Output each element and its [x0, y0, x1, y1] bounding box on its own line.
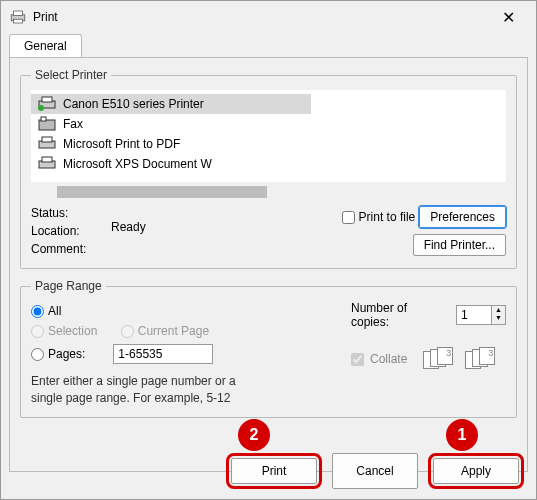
radio-pages[interactable]: Pages: — [31, 341, 341, 367]
collate-checkbox — [351, 353, 364, 366]
window-title: Print — [33, 10, 488, 24]
svg-point-5 — [38, 105, 44, 111]
radio-pages-input[interactable] — [31, 348, 44, 361]
collate-row: Collate 123 123 — [351, 347, 506, 371]
status-value: Ready — [111, 218, 211, 236]
svg-rect-7 — [41, 117, 46, 121]
cancel-button[interactable]: Cancel — [332, 453, 418, 489]
titlebar: Print ✕ — [1, 1, 536, 33]
scrollbar-thumb[interactable] — [57, 186, 267, 198]
tab-strip: General — [1, 33, 536, 57]
apply-button[interactable]: Apply — [433, 458, 519, 484]
pages-input[interactable] — [113, 344, 213, 364]
collate-stack-icon: 123 — [423, 347, 457, 371]
status-right: Print to file Preferences Find Printer..… — [342, 206, 506, 256]
copies-label: Number of copies: — [351, 301, 448, 329]
spinner-up[interactable]: ▲ — [492, 306, 505, 314]
printer-list[interactable]: Canon E510 series Printer Fax Microsoft … — [31, 90, 506, 182]
printer-item-pdf[interactable]: Microsoft Print to PDF — [31, 134, 311, 154]
print-to-file-row: Print to file Preferences — [342, 206, 506, 228]
radio-pages-label: Pages: — [48, 347, 85, 361]
status-values: Ready — [111, 218, 211, 244]
comment-label: Comment: — [31, 240, 111, 258]
spinner-down[interactable]: ▼ — [492, 314, 505, 322]
page-range-group: Page Range All Selection Current Page — [20, 279, 517, 418]
radio-all-input[interactable] — [31, 305, 44, 318]
copies-spinner[interactable]: ▲ ▼ — [456, 305, 506, 325]
collate-icons: 123 123 — [423, 347, 499, 371]
radio-selection-label: Selection — [48, 324, 97, 338]
highlight-print: Print — [226, 453, 322, 489]
status-labels: Status: Location: Comment: — [31, 204, 111, 258]
fax-icon — [37, 116, 59, 132]
printer-label: Canon E510 series Printer — [63, 97, 204, 111]
radio-all-label: All — [48, 304, 61, 318]
preferences-button[interactable]: Preferences — [419, 206, 506, 228]
svg-rect-2 — [14, 19, 23, 23]
print-to-file-checkbox[interactable] — [342, 211, 355, 224]
collate-label: Collate — [370, 352, 407, 366]
svg-rect-11 — [42, 157, 52, 162]
print-button[interactable]: Print — [231, 458, 317, 484]
svg-rect-9 — [42, 137, 52, 142]
tab-general[interactable]: General — [9, 34, 82, 58]
printer-label: Microsoft XPS Document W — [63, 157, 212, 171]
page-range-hint: Enter either a single page number or a s… — [31, 373, 251, 407]
copies-area: Number of copies: ▲ ▼ Collate 123 — [341, 301, 506, 407]
radio-current-page-label: Current Page — [138, 324, 209, 338]
svg-rect-1 — [14, 11, 23, 16]
copies-input[interactable] — [456, 305, 492, 325]
radio-current-page-input — [121, 325, 134, 338]
printer-icon — [37, 136, 59, 152]
callout-2: 2 — [238, 419, 270, 451]
printer-label: Fax — [63, 117, 83, 131]
collate-stack-icon: 123 — [465, 347, 499, 371]
print-to-file-label[interactable]: Print to file — [342, 210, 416, 224]
printer-icon — [9, 10, 27, 24]
close-button[interactable]: ✕ — [488, 8, 528, 27]
dialog-buttons: Print Cancel Apply — [226, 453, 524, 489]
page-range-left: All Selection Current Page Pages: — [31, 301, 341, 407]
radio-current-page: Current Page — [121, 321, 209, 341]
status-row: Status: Location: Comment: Ready Print t… — [31, 204, 506, 258]
callout-1: 1 — [446, 419, 478, 451]
copies-row: Number of copies: ▲ ▼ — [351, 301, 506, 329]
print-to-file-text: Print to file — [359, 210, 416, 224]
printer-list-scrollbar[interactable] — [31, 186, 506, 198]
printer-item-canon[interactable]: Canon E510 series Printer — [31, 94, 311, 114]
find-printer-button[interactable]: Find Printer... — [413, 234, 506, 256]
printer-label: Microsoft Print to PDF — [63, 137, 180, 151]
radio-selection: Selection — [31, 321, 97, 341]
radio-all[interactable]: All — [31, 301, 341, 321]
svg-rect-4 — [42, 97, 52, 102]
comment-value — [111, 240, 211, 244]
radio-selection-input — [31, 325, 44, 338]
location-label: Location: — [31, 222, 111, 240]
printer-item-xps[interactable]: Microsoft XPS Document W — [31, 154, 311, 174]
printer-item-fax[interactable]: Fax — [31, 114, 311, 134]
status-label: Status: — [31, 204, 111, 222]
select-printer-group: Select Printer Canon E510 series Printer… — [20, 68, 517, 269]
page-range-legend: Page Range — [31, 279, 106, 293]
printer-icon — [37, 156, 59, 172]
spinner-arrows: ▲ ▼ — [492, 305, 506, 325]
general-panel: Select Printer Canon E510 series Printer… — [9, 57, 528, 472]
printer-icon — [37, 96, 59, 112]
select-printer-legend: Select Printer — [31, 68, 111, 82]
highlight-apply: Apply — [428, 453, 524, 489]
